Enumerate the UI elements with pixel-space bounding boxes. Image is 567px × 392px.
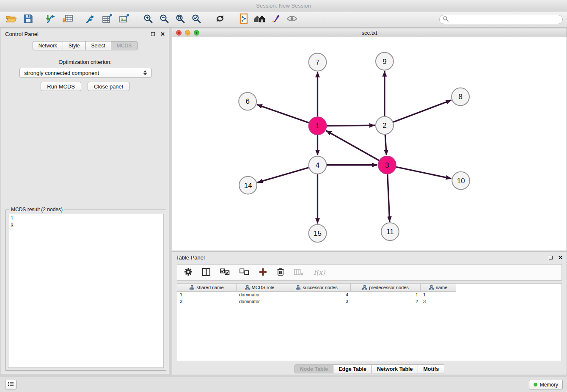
function-builder-button[interactable]: f(x): [314, 268, 325, 276]
table-cell: 3: [283, 298, 351, 305]
network-window-titlebar[interactable]: scc.txt × − +: [172, 28, 567, 37]
close-table-panel-icon[interactable]: ✕: [558, 255, 563, 260]
table-tab-node-table[interactable]: Node Table: [295, 364, 333, 373]
table-cell: 4: [283, 292, 351, 298]
tab-style[interactable]: Style: [63, 41, 86, 50]
column-type-icon: [245, 285, 250, 290]
export-image-icon: [119, 14, 130, 25]
graph-edge-3-10[interactable]: [396, 167, 451, 178]
run-mcds-button[interactable]: Run MCDS: [41, 82, 81, 91]
select-all-icon: [220, 268, 230, 277]
minimize-window-button[interactable]: −: [185, 30, 190, 36]
mcds-result-list[interactable]: 1 3: [8, 214, 164, 368]
float-table-panel-icon[interactable]: [549, 256, 553, 259]
maximize-window-button[interactable]: +: [194, 30, 199, 36]
close-panel-button[interactable]: Close panel: [88, 82, 129, 91]
table-body: 1dominator4113dominator323: [177, 292, 561, 305]
graph-edge-1-2[interactable]: [327, 125, 375, 126]
criterion-select[interactable]: strongly connected component: [19, 68, 151, 78]
table-row[interactable]: 3dominator323: [177, 298, 561, 305]
annotations-button[interactable]: [269, 12, 283, 27]
graph-node-9[interactable]: 9: [376, 52, 394, 70]
graph-node-8[interactable]: 8: [451, 88, 469, 106]
zoom-fit-button[interactable]: [173, 12, 187, 27]
zoom-selected-button[interactable]: [190, 12, 203, 27]
memory-button[interactable]: Memory: [529, 380, 563, 389]
graph-edge-2-8[interactable]: [393, 100, 451, 122]
graph-node-2[interactable]: 2: [376, 116, 394, 134]
graph-node-7[interactable]: 7: [309, 53, 327, 71]
graph-edge-2-3[interactable]: [385, 135, 386, 155]
column-header-MCDS-role[interactable]: MCDS role: [237, 284, 283, 292]
table-cell: dominator: [237, 298, 283, 305]
graph-node-10[interactable]: 10: [452, 172, 470, 190]
table-tab-network-table[interactable]: Network Table: [372, 364, 418, 373]
table-header-row: shared nameMCDS rolesuccessor nodesprede…: [177, 284, 561, 292]
column-header-name[interactable]: name: [421, 284, 456, 292]
graph-node-15[interactable]: 15: [309, 224, 327, 242]
import-network-from-file-icon: [45, 14, 56, 25]
table-settings-button[interactable]: [184, 268, 193, 277]
graph-edge-1-6[interactable]: [257, 105, 309, 123]
status-bar: Memory: [0, 377, 567, 392]
select-all-button[interactable]: [220, 268, 230, 277]
column-header-successor-nodes[interactable]: successor nodes: [283, 284, 351, 292]
graph-node-4[interactable]: 4: [309, 156, 327, 174]
deselect-all-icon: [239, 268, 249, 277]
zoom-out-icon: [159, 14, 169, 25]
svg-text:2: 2: [383, 121, 386, 130]
create-network-from-selection-button[interactable]: [237, 12, 250, 27]
column-header-predecessor-nodes[interactable]: predecessor nodes: [351, 284, 421, 292]
annotations-icon: [271, 14, 281, 25]
tab-select[interactable]: Select: [85, 41, 111, 50]
export-image-button[interactable]: [118, 12, 131, 27]
tab-network[interactable]: Network: [33, 41, 63, 50]
open-session-button[interactable]: [4, 12, 18, 27]
search-box[interactable]: [439, 15, 563, 24]
network-canvas[interactable]: 7968124314101511: [172, 37, 567, 251]
graph-node-11[interactable]: 11: [381, 223, 399, 240]
delete-table-button[interactable]: [294, 268, 304, 277]
delete-column-button[interactable]: [277, 268, 284, 277]
float-panel-icon[interactable]: [151, 32, 155, 36]
mcds-result-value: 3: [11, 222, 161, 229]
refresh-view-button[interactable]: [213, 12, 227, 27]
close-window-button[interactable]: ×: [176, 30, 182, 36]
first-neighbors-button[interactable]: [253, 12, 267, 27]
graph-node-6[interactable]: 6: [239, 92, 256, 110]
memory-status-icon: [534, 383, 537, 386]
graph-node-14[interactable]: 14: [239, 177, 257, 194]
column-header-shared-name[interactable]: shared name: [177, 284, 237, 292]
gear-icon: [184, 268, 193, 277]
graph-node-3[interactable]: 3: [378, 156, 396, 174]
graph-edge-4-14[interactable]: [257, 168, 308, 182]
new-network-button[interactable]: [84, 12, 97, 27]
save-session-button[interactable]: [21, 12, 35, 27]
close-panel-icon[interactable]: ✕: [160, 31, 165, 37]
graph-node-1[interactable]: 1: [309, 117, 327, 135]
import-network-button[interactable]: [44, 12, 58, 27]
table-tab-edge-table[interactable]: Edge Table: [333, 364, 372, 373]
export-table-icon: [102, 14, 113, 25]
zoom-out-button[interactable]: [157, 12, 171, 27]
tab-mcds[interactable]: MCDS: [111, 41, 138, 50]
import-table-button[interactable]: [61, 12, 74, 27]
show-hide-graphics-details-icon: [286, 14, 297, 25]
table-row[interactable]: 1dominator411: [177, 292, 561, 298]
graph-edge-3-11[interactable]: [388, 174, 390, 222]
zoom-in-button[interactable]: [141, 12, 155, 27]
deselect-all-button[interactable]: [239, 268, 249, 277]
show-hide-details-button[interactable]: [285, 12, 299, 27]
refresh-view-icon: [215, 14, 225, 25]
search-input[interactable]: [451, 17, 559, 22]
add-column-button[interactable]: [259, 268, 267, 277]
save-session-icon: [23, 14, 33, 25]
task-history-button[interactable]: [5, 380, 17, 389]
fx-icon: f(x): [314, 268, 325, 276]
table-tab-motifs[interactable]: Motifs: [418, 364, 444, 373]
table-panel-title: Table Panel: [176, 254, 205, 261]
graph-edge-3-1[interactable]: [326, 130, 379, 160]
export-table-button[interactable]: [101, 12, 114, 27]
show-columns-button[interactable]: [202, 268, 210, 277]
main-toolbar: [0, 11, 567, 28]
